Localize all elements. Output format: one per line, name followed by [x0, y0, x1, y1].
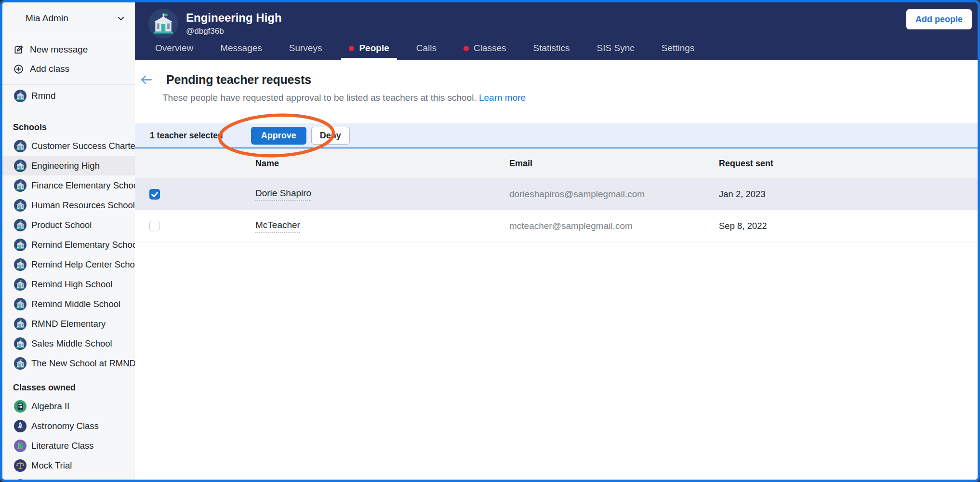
sidebar-item-school[interactable]: Remind Middle School — [2, 294, 135, 314]
school-icon — [14, 179, 26, 192]
school-icon — [14, 90, 26, 102]
page-title: Pending teacher requests — [166, 73, 311, 87]
school-icon — [14, 219, 26, 231]
school-handle: @dbgf36b — [186, 27, 282, 36]
class-label: Mock Trial — [31, 460, 72, 471]
sidebar: Mia Admin New message Add class Rmnd Sch… — [2, 2, 135, 480]
tab-sis-sync[interactable]: SIS Sync — [597, 36, 635, 60]
sidebar-item-school[interactable]: The New School at RMND — [2, 353, 135, 373]
org-label: Rmnd — [31, 91, 56, 101]
school-label: Customer Success Charter — [31, 141, 135, 151]
sidebar-item-school[interactable]: Sales Middle School — [2, 334, 135, 353]
app-window: Mia Admin New message Add class Rmnd Sch… — [0, 0, 980, 482]
tab-messages[interactable]: Messages — [220, 36, 262, 60]
sidebar-item-school[interactable]: Finance Elementary School — [2, 175, 135, 195]
classes-list: Algebra II Astronomy Class Literature Cl… — [2, 396, 135, 480]
schools-list: Customer Success Charter Engineering Hig… — [2, 136, 135, 373]
back-arrow-icon[interactable] — [139, 73, 153, 87]
account-switcher[interactable]: Mia Admin — [2, 2, 135, 34]
sidebar-item-school[interactable]: Customer Success Charter — [2, 136, 135, 156]
chevron-down-icon — [116, 13, 126, 24]
table-row[interactable]: McTeacher mcteacher@samplegmail.com Sep … — [135, 210, 978, 242]
sidebar-item-school[interactable]: Engineering High — [2, 156, 135, 175]
plus-circle-icon — [13, 64, 24, 75]
school-label: Remind Middle School — [31, 299, 120, 309]
compose-icon — [13, 44, 24, 55]
sidebar-action[interactable]: New message — [2, 40, 135, 59]
classes-section-header: Classes owned — [2, 379, 135, 396]
school-label: Finance Elementary School — [31, 180, 135, 191]
table-body: Dorie Shapiro dorieshapiros@samplegmail.… — [135, 178, 978, 242]
teacher-name: Dorie Shapiro — [255, 188, 311, 201]
page-description: These people have requested approval to … — [162, 93, 978, 103]
school-icon — [14, 357, 26, 370]
tab-classes[interactable]: Classes — [464, 36, 506, 60]
school-icon — [14, 337, 26, 350]
tab-surveys[interactable]: Surveys — [289, 36, 322, 60]
sidebar-item-class[interactable]: Astronomy Class — [2, 416, 135, 436]
column-header-email: Email — [509, 159, 719, 169]
sidebar-item-class[interactable]: Tutoring Class — [2, 475, 135, 480]
school-label: Remind Help Center School — [31, 259, 135, 270]
unread-dot — [464, 46, 469, 51]
selection-count: 1 teacher selected — [150, 131, 223, 141]
school-icon — [14, 318, 26, 330]
request-sent-date: Sep 8, 2022 — [719, 221, 978, 231]
sidebar-item-rmnd[interactable]: Rmnd — [2, 85, 135, 107]
calculator-icon — [14, 400, 26, 413]
sidebar-item-school[interactable]: Remind Elementary School — [2, 235, 135, 254]
class-label: Literature Class — [31, 441, 94, 451]
column-header-name: Name — [255, 159, 509, 169]
school-info: Engineering High @dbgf36b — [148, 9, 282, 39]
sidebar-item-class[interactable]: Mock Trial — [2, 455, 135, 475]
school-label: Sales Middle School — [31, 338, 112, 349]
school-avatar-icon — [148, 9, 178, 39]
school-label: Engineering High — [31, 161, 100, 171]
school-label: RMND Elementary — [31, 319, 106, 329]
table-row[interactable]: Dorie Shapiro dorieshapiros@samplegmail.… — [135, 178, 978, 210]
trophy-icon — [14, 479, 26, 480]
sidebar-item-school[interactable]: Remind High School — [2, 274, 135, 294]
account-name: Mia Admin — [26, 13, 68, 24]
sidebar-item-school[interactable]: RMND Elementary — [2, 314, 135, 334]
approve-button[interactable]: Approve — [251, 127, 306, 145]
school-label: Remind High School — [31, 279, 113, 290]
book-icon — [14, 440, 26, 452]
main-content: Pending teacher requests These people ha… — [135, 60, 978, 480]
description-text: These people have requested approval to … — [162, 93, 477, 103]
school-label: Product School — [31, 220, 92, 230]
learn-more-link[interactable]: Learn more — [479, 93, 526, 103]
add-people-button[interactable]: Add people — [906, 9, 972, 29]
school-icon — [14, 239, 26, 251]
sidebar-item-school[interactable]: Remind Help Center School — [2, 254, 135, 274]
row-checkbox[interactable] — [149, 189, 160, 200]
request-sent-date: Jan 2, 2023 — [719, 189, 978, 200]
schools-section-header: Schools — [2, 119, 135, 136]
tab-overview[interactable]: Overview — [155, 36, 193, 60]
class-label: Astronomy Class — [31, 421, 99, 431]
deny-button[interactable]: Deny — [311, 127, 350, 145]
teacher-email: mcteacher@samplegmail.com — [509, 221, 719, 231]
sidebar-item-school[interactable]: Human Resources School — [2, 195, 135, 215]
sidebar-action[interactable]: Add class — [2, 59, 135, 79]
check-icon — [149, 189, 160, 200]
scales-icon — [14, 459, 26, 472]
school-name: Engineering High — [186, 11, 282, 25]
sidebar-item-class[interactable]: Algebra II — [2, 396, 135, 416]
sidebar-item-school[interactable]: Product School — [2, 215, 135, 235]
teacher-name: McTeacher — [255, 220, 300, 233]
tab-calls[interactable]: Calls — [416, 36, 437, 60]
sidebar-item-class[interactable]: Literature Class — [2, 436, 135, 455]
school-icon — [14, 278, 26, 291]
tab-people[interactable]: People — [349, 36, 389, 60]
tab-statistics[interactable]: Statistics — [533, 36, 570, 60]
tab-settings[interactable]: Settings — [662, 36, 695, 60]
school-icon — [14, 258, 26, 271]
row-checkbox[interactable] — [149, 221, 160, 231]
table-header-row: Name Email Request sent — [135, 148, 978, 178]
tab-bar: Overview Messages Surveys People Calls C… — [135, 36, 872, 60]
school-label: Human Resources School — [31, 200, 135, 211]
class-label: Algebra II — [31, 401, 69, 412]
teacher-email: dorieshapiros@samplegmail.com — [509, 189, 719, 200]
quick-actions: New message Add class — [2, 34, 135, 84]
